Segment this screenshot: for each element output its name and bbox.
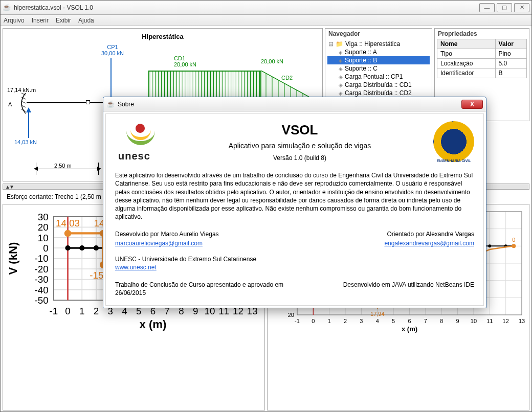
bullet-icon: ◈ [339,58,343,63]
bullet-icon: ◈ [339,50,343,55]
svg-text:3: 3 [360,318,363,324]
bullet-icon: ◈ [339,82,343,88]
svg-text:V (kN): V (kN) [7,242,19,275]
svg-text:17,94: 17,94 [370,311,385,317]
about-close-button[interactable]: X [461,100,483,109]
svg-text:-1: -1 [49,306,58,316]
folder-icon: 📁 [336,40,343,48]
tree-item[interactable]: ◈Suporte :: C [327,64,430,73]
menu-arquivo[interactable]: Arquivo [4,17,25,24]
about-titlebar[interactable]: ☕ Sobre X [103,97,486,111]
svg-text:7: 7 [424,318,427,324]
tree-root[interactable]: ⊟ 📁 Viga :: Hiperestática [327,40,430,48]
about-tcc: Trabalho de Conclusão de Curso apresenta… [115,281,295,297]
reaction-arrow [25,107,33,138]
svg-text:6: 6 [408,318,411,324]
tree-item[interactable]: ◈Suporte :: A [327,48,430,56]
table-row[interactable]: IdentificadorB [437,68,527,78]
about-inst: UNESC - Universidade do Extremo Sul Cata… [115,255,474,263]
svg-text:0: 0 [512,237,515,243]
svg-text:10: 10 [471,318,477,324]
eng-civil-logo: ENGENHARIA CIVIL [433,121,474,162]
minimize-button[interactable]: — [479,3,495,12]
dim-line [37,169,97,169]
support-a-label: A [8,101,12,107]
about-dev-mail[interactable]: marcoaurelioviegas@gmail.com [115,240,203,247]
svg-text:-50: -50 [35,295,49,306]
prop-col-name: Nome [437,39,496,49]
svg-text:-10: -10 [35,253,49,264]
maximize-button[interactable]: ▢ [497,3,512,12]
tree-item[interactable]: ◈Carga Pontual :: CP1 [327,73,430,81]
cd2-value: 20,00 kN [261,58,283,64]
svg-point-67 [65,245,70,250]
svg-text:-40: -40 [35,285,49,295]
svg-text:-1: -1 [295,318,300,324]
dim-label: 2,50 m [54,163,72,169]
esforco-label: Esforço cortante: Trecho 1 (2,50 m [7,193,101,200]
menu-ajuda[interactable]: Ajuda [78,17,94,24]
window-titlebar: ☕ hiperestatica.vsol - VSOL 1.0 — ▢ ✕ [1,1,531,15]
svg-text:1: 1 [328,318,331,324]
about-version: Versão 1.0 (build 8) [174,154,425,162]
window-title: hiperestatica.vsol - VSOL 1.0 [14,4,476,11]
navigator-tree[interactable]: ⊟ 📁 Viga :: Hiperestática ◈Suporte :: A◈… [325,39,432,98]
cp1-label: CP1 30,00 kN [101,44,124,56]
close-button[interactable]: ✕ [514,3,529,12]
svg-text:8: 8 [440,318,443,324]
beam-title: Hiperestática [142,33,184,40]
svg-text:-30: -30 [35,274,49,285]
cp1-arrow-line [110,58,112,98]
svg-text:x (m): x (m) [140,318,167,331]
svg-text:13: 13 [519,318,525,324]
navigator-title: Navegador [325,29,432,39]
hinge-1 [86,100,90,104]
tree-item[interactable]: ◈Carga Distribuída :: CD2 [327,89,430,97]
table-row[interactable]: TipoPino [437,49,527,59]
about-ide: Desenvolvido em JAVA utilizando NetBeans… [295,281,474,297]
about-title-text: Sobre [118,101,134,108]
reaction-label: 14,03 kN [14,139,37,145]
java-icon: ☕ [3,4,11,12]
svg-text:20: 20 [288,312,294,318]
svg-text:-20: -20 [35,264,49,274]
bullet-icon: ◈ [339,66,343,72]
svg-text:30: 30 [38,212,49,222]
svg-text:x (m): x (m) [402,325,417,333]
svg-text:2: 2 [344,318,347,324]
about-dev-label: Desevolvido por Marco Aurelio Viegas [115,230,295,238]
menubar: Arquivo Inserir Exibir Ajuda [1,15,531,26]
about-heading: VSOL [174,121,425,139]
java-icon: ☕ [106,100,115,108]
prop-col-value: Valor [495,39,526,49]
properties-title: Propriedades [435,29,529,39]
svg-text:12: 12 [503,318,509,324]
svg-point-69 [94,245,99,250]
svg-text:0: 0 [65,306,70,316]
cd1-label: CD1 20,00 kN [174,55,196,67]
svg-text:0: 0 [312,318,315,324]
svg-text:10: 10 [38,233,49,243]
about-sub: Aplicativo para simulação e solução de v… [174,141,425,151]
svg-line-11 [21,101,26,103]
tree-item[interactable]: ◈Suporte :: B [327,56,430,64]
svg-text:5: 5 [392,318,395,324]
about-inst-url[interactable]: www.unesc.net [115,264,157,271]
svg-point-156 [488,244,491,247]
about-dialog: ☕ Sobre X unesc VSOL Aplicativo para sim… [103,97,486,308]
about-adv-label: Orientado por Alexandre Vargas [295,230,474,238]
menu-exibir[interactable]: Exibir [56,17,71,24]
svg-text:2: 2 [94,306,99,316]
svg-point-68 [79,245,84,250]
svg-marker-15 [26,107,31,112]
svg-text:4: 4 [376,318,379,324]
svg-point-80 [64,230,72,237]
tree-item[interactable]: ◈Carga Distribuída :: CD1 [327,81,430,89]
table-row[interactable]: Localização5.0 [437,59,527,68]
properties-table: Nome Valor TipoPinoLocalização5.0Identif… [437,39,527,78]
menu-inserir[interactable]: Inserir [32,17,49,24]
unesc-logo: unesc [115,124,166,159]
svg-text:1: 1 [79,306,84,316]
svg-text:9: 9 [456,318,459,324]
about-adv-mail[interactable]: engalexandrevargas@gmail.com [384,240,474,247]
